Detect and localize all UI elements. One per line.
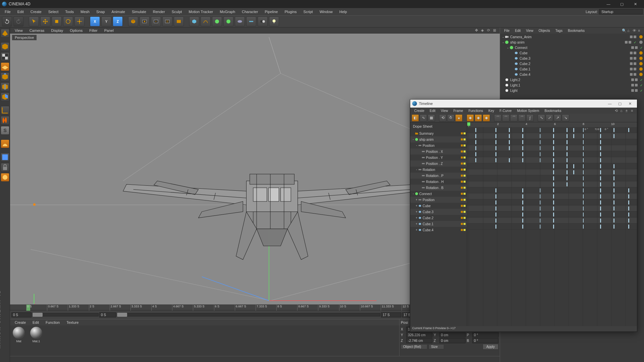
- keyframe[interactable]: [495, 134, 496, 138]
- keyframe[interactable]: [600, 225, 601, 229]
- expand-icon[interactable]: -: [506, 46, 509, 50]
- mat-menu-function[interactable]: Function: [42, 320, 63, 324]
- keyframe[interactable]: [475, 140, 476, 144]
- environment-button[interactable]: [223, 16, 233, 26]
- tl-track-position[interactable]: -Position: [410, 142, 467, 148]
- keyframe[interactable]: [613, 134, 614, 138]
- keyframe[interactable]: [567, 170, 568, 174]
- camera-tag-icon[interactable]: [639, 41, 643, 44]
- keyframe[interactable]: [522, 194, 523, 198]
- keyframe[interactable]: [495, 213, 496, 217]
- tl-zoom-icon[interactable]: ±: [626, 109, 630, 113]
- keyframe[interactable]: [567, 164, 568, 168]
- point-mode-button[interactable]: [1, 72, 9, 81]
- material-item[interactable]: Mat.1: [29, 327, 44, 355]
- keyframe[interactable]: [495, 188, 496, 192]
- minimize-button[interactable]: —: [602, 0, 615, 8]
- menu-tools[interactable]: Tools: [62, 8, 77, 15]
- keyframe[interactable]: [475, 146, 476, 150]
- enable-check-icon[interactable]: ✓: [640, 46, 643, 50]
- track-mute-icon[interactable]: [461, 150, 463, 153]
- close-button[interactable]: ✕: [629, 0, 642, 8]
- tl-motion-button[interactable]: ▦: [428, 114, 435, 122]
- material-tag-icon[interactable]: [639, 73, 643, 76]
- menu-select[interactable]: Select: [45, 8, 62, 15]
- keyframe[interactable]: [613, 170, 614, 174]
- tl-home-icon[interactable]: ⌂: [620, 109, 624, 113]
- keyframe[interactable]: [613, 188, 614, 192]
- material-tag-icon[interactable]: [639, 62, 643, 65]
- vp-menu-panel[interactable]: Panel: [101, 28, 117, 33]
- range-slider[interactable]: [32, 313, 99, 316]
- expand-icon[interactable]: -: [412, 138, 415, 141]
- texture-mode-button[interactable]: [1, 52, 9, 61]
- menu-create[interactable]: Create: [27, 8, 45, 15]
- vis-editor-dot[interactable]: [625, 41, 628, 44]
- track-mute-icon[interactable]: [461, 223, 463, 225]
- tl-menu-edit[interactable]: Edit: [427, 109, 438, 113]
- expand-icon[interactable]: +: [415, 222, 418, 226]
- keyframe[interactable]: [522, 158, 523, 162]
- material-tag-icon[interactable]: [639, 35, 643, 39]
- keyframe[interactable]: [628, 188, 629, 192]
- om-home-icon[interactable]: ⌂: [627, 28, 631, 33]
- vis-render-dot[interactable]: [634, 73, 636, 76]
- keyframe[interactable]: [522, 225, 523, 229]
- render-settings-button[interactable]: [162, 16, 172, 26]
- keyframe[interactable]: [509, 134, 510, 138]
- track-mute-icon[interactable]: [461, 205, 463, 207]
- material-tag-icon[interactable]: [639, 51, 643, 55]
- vis-render-dot[interactable]: [635, 46, 638, 49]
- tl-track-rotation---h[interactable]: Rotation . H: [410, 179, 467, 185]
- keyframe[interactable]: [613, 219, 614, 223]
- mat-menu-create[interactable]: Create: [11, 320, 29, 324]
- om-menu-objects[interactable]: Objects: [536, 29, 553, 33]
- keyframe[interactable]: [522, 140, 523, 144]
- om-menu-bookmarks[interactable]: Bookmarks: [565, 29, 587, 33]
- rot-b-input[interactable]: [472, 338, 498, 343]
- keyframe[interactable]: [613, 213, 614, 217]
- menu-render[interactable]: Render: [150, 8, 168, 15]
- vis-render-dot[interactable]: [635, 78, 638, 81]
- om-object-cube-3[interactable]: Cube.3: [500, 56, 644, 61]
- vis-render-dot[interactable]: [634, 57, 636, 60]
- vp-menu-options[interactable]: Options: [66, 28, 86, 33]
- tl-tangent4-button[interactable]: ↘: [562, 114, 569, 122]
- keyframe[interactable]: [600, 158, 601, 162]
- keyframe[interactable]: [600, 164, 601, 168]
- track-mute-icon[interactable]: [461, 229, 463, 231]
- tl-track-position---z[interactable]: Position . Z: [410, 161, 467, 167]
- keyframe[interactable]: [567, 128, 568, 132]
- keyframe[interactable]: [628, 200, 629, 204]
- track-mute-icon[interactable]: [461, 144, 463, 146]
- lasso-tool-button[interactable]: [74, 16, 85, 26]
- expand-icon[interactable]: -: [501, 35, 505, 39]
- menu-simulate[interactable]: Simulate: [128, 8, 150, 15]
- material-tag-icon[interactable]: [639, 67, 643, 71]
- tl-menu-bookmarks[interactable]: Bookmarks: [542, 109, 564, 113]
- render-picture-button[interactable]: [174, 16, 184, 26]
- track-mute-icon[interactable]: [461, 187, 463, 189]
- keyframe[interactable]: [475, 158, 476, 162]
- keyframe[interactable]: [495, 146, 496, 150]
- scale-tool-button[interactable]: [52, 16, 62, 26]
- keyframe[interactable]: [495, 225, 496, 229]
- tl-keys-row[interactable]: [467, 205, 637, 212]
- tl-fcurve-button[interactable]: ∿: [420, 114, 427, 122]
- track-mute-icon[interactable]: [461, 163, 463, 165]
- keyframe[interactable]: [495, 158, 496, 162]
- track-solo-icon[interactable]: [464, 211, 466, 213]
- tl-menu-functions[interactable]: Functions: [466, 109, 486, 113]
- keyframe[interactable]: [600, 188, 601, 192]
- vis-render-dot[interactable]: [634, 52, 636, 54]
- tl-keys-row[interactable]: [467, 218, 637, 224]
- track-mute-icon[interactable]: [461, 169, 463, 171]
- material-item[interactable]: Mat: [11, 327, 26, 355]
- tl-keys-row[interactable]: [467, 193, 637, 199]
- keyframe[interactable]: [600, 213, 601, 217]
- vis-render-dot[interactable]: [634, 62, 636, 65]
- x-axis-button[interactable]: X: [90, 16, 100, 26]
- tl-curve5-button[interactable]: ∫: [526, 114, 534, 122]
- keyframe[interactable]: [495, 194, 496, 198]
- vis-editor-dot[interactable]: [630, 57, 633, 60]
